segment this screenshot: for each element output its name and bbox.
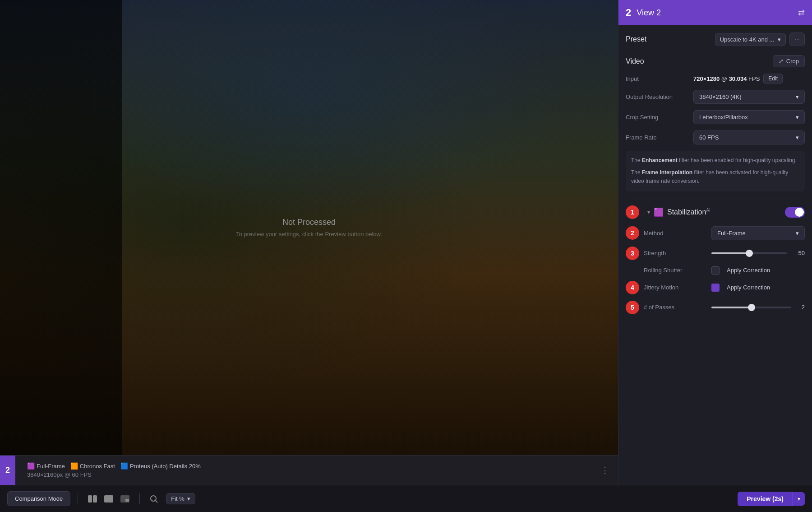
chronos-fast-label: Chronos Fast [80, 463, 115, 470]
crop-button[interactable]: ⤢ Crop [773, 55, 805, 67]
tag-chronos-fast: 🟧 Chronos Fast [70, 462, 115, 470]
right-panel: 2 View 2 ⇄ Preset Upscale to 4K and ... … [618, 0, 812, 485]
stab-collapse-icon[interactable]: ▾ [647, 209, 650, 215]
crop-setting-label: Crop Setting [626, 114, 693, 121]
left-panel: Not Processed To preview your settings, … [0, 0, 618, 485]
svg-point-5 [151, 496, 156, 501]
view-mode-icons [85, 493, 132, 505]
video-resolution: 3840×2160px @ 60 FPS [27, 471, 201, 478]
output-resolution-dropdown[interactable]: 3840×2160 (4K) ▾ [693, 90, 805, 104]
strength-slider-container: 50 [711, 250, 805, 256]
bottom-toolbar: Comparison Mode Fit % ▾ [0, 485, 812, 512]
preset-more-button[interactable]: ··· [789, 33, 805, 46]
comparison-mode-button[interactable]: Comparison Mode [7, 491, 70, 506]
preview-button[interactable]: Preview (2s) [738, 492, 793, 506]
not-processed-overlay: Not Processed To preview your settings, … [236, 218, 382, 237]
input-setting-label: Input [626, 75, 693, 82]
svg-rect-0 [88, 495, 92, 503]
full-frame-icon: 🟪 [27, 462, 35, 470]
view2-header: 2 View 2 ⇄ [618, 0, 812, 25]
stab-header: 1 ▾ 🟪 StabilizationAI [626, 205, 805, 219]
not-processed-subtitle: To preview your settings, click the Prev… [236, 231, 382, 237]
frame-rate-row: Frame Rate 60 FPS ▾ [626, 130, 805, 144]
method-text: Full-Frame [717, 230, 746, 237]
main-area: Not Processed To preview your settings, … [0, 0, 812, 485]
output-resolution-label: Output Resolution [626, 93, 693, 100]
proteus-label: Proteus (Auto) Details 20% [130, 463, 201, 470]
frame-rate-chevron-icon: ▾ [796, 134, 799, 141]
single-view-icon [104, 495, 113, 503]
video-info-more-button[interactable]: ⋮ [597, 464, 613, 477]
video-preview: Not Processed To preview your settings, … [0, 0, 618, 455]
jittery-motion-value: Apply Correction [711, 284, 770, 292]
output-resolution-value: 3840×2160 (4K) ▾ [693, 90, 805, 104]
chronos-fast-icon: 🟧 [70, 462, 78, 470]
frame-rate-label: Frame Rate [626, 134, 693, 141]
split-view-button[interactable] [85, 493, 100, 505]
split-view-icon [88, 495, 97, 503]
input-setting-value: 720×1280 @ 30.034 FPS Edit [693, 74, 805, 84]
rolling-shutter-label: Rolling Shutter [644, 267, 711, 274]
preset-row: Preset Upscale to 4K and ... ▾ ··· [626, 33, 805, 46]
svg-rect-2 [104, 495, 113, 503]
rolling-shutter-apply-label: Apply Correction [727, 267, 770, 274]
video-section-header: Video ⤢ Crop [626, 55, 805, 67]
zoom-chevron-icon: ▾ [187, 495, 190, 502]
frame-rate-text: 60 FPS [699, 134, 719, 141]
rolling-shutter-checkbox[interactable] [711, 266, 720, 275]
preview-dropdown-button[interactable]: ▾ [793, 492, 805, 506]
jittery-motion-apply-label: Apply Correction [727, 284, 770, 291]
strength-label: Strength [644, 250, 711, 256]
stab-icon: 🟪 [654, 207, 664, 217]
svg-rect-4 [125, 499, 129, 502]
svg-line-6 [156, 501, 157, 503]
strength-value: 50 [791, 250, 805, 256]
step-badge-2: 2 [626, 226, 639, 240]
view2-number: 2 [626, 7, 631, 19]
proteus-icon: 🟦 [120, 462, 128, 470]
preset-select[interactable]: Upscale to 4K and ... ▾ [715, 33, 786, 46]
view2-expand-button[interactable]: ⇄ [798, 8, 805, 18]
method-label: Method [644, 230, 711, 237]
preset-value: Upscale to 4K and ... [720, 36, 775, 43]
toolbar-divider-2 [139, 493, 140, 504]
edit-button[interactable]: Edit [763, 74, 783, 84]
passes-value: 2 [796, 304, 805, 311]
passes-row: 5 # of Passes 2 [626, 301, 805, 314]
passes-slider-thumb[interactable] [748, 304, 755, 311]
crop-setting-chevron-icon: ▾ [796, 114, 799, 121]
preset-label: Preset [626, 35, 715, 43]
zoom-control[interactable]: Fit % ▾ [166, 493, 195, 504]
zoom-out-button[interactable] [147, 492, 161, 506]
single-view-button[interactable] [102, 493, 116, 505]
passes-label: # of Passes [644, 304, 711, 311]
output-resolution-row: Output Resolution 3840×2160 (4K) ▾ [626, 90, 805, 104]
strength-row: 3 Strength 50 [626, 247, 805, 260]
strength-slider-track[interactable] [711, 252, 787, 254]
stab-title: StabilizationAI [667, 208, 781, 216]
crop-icon: ⤢ [779, 58, 784, 65]
full-frame-label: Full-Frame [37, 463, 65, 470]
frame-rate-dropdown[interactable]: 60 FPS ▾ [693, 130, 805, 144]
passes-slider-track[interactable] [711, 307, 791, 308]
view-number-badge: 2 [0, 456, 15, 485]
pip-view-button[interactable] [118, 493, 132, 505]
method-dropdown[interactable]: Full-Frame ▾ [711, 226, 805, 240]
jittery-motion-label: Jittery Motion [644, 284, 711, 291]
toolbar-divider-1 [78, 493, 78, 504]
jittery-motion-checkbox[interactable] [711, 284, 720, 292]
strength-slider-thumb[interactable] [746, 250, 753, 257]
svg-rect-1 [93, 495, 97, 503]
passes-slider-fill [711, 307, 752, 308]
info-text-1: The Enhancement filter has been enabled … [631, 156, 799, 165]
video-section-title: Video [626, 57, 773, 65]
crop-setting-dropdown[interactable]: Letterbox/Pillarbox ▾ [693, 110, 805, 124]
step-badge-5: 5 [626, 301, 639, 314]
video-left-dark [0, 0, 122, 455]
pip-view-icon [120, 495, 129, 503]
view2-title: View 2 [637, 8, 793, 18]
passes-slider-container: 2 [711, 304, 805, 311]
stabilization-toggle[interactable] [785, 207, 805, 218]
preview-button-group: Preview (2s) ▾ [738, 492, 805, 506]
output-resolution-chevron-icon: ▾ [796, 93, 799, 100]
